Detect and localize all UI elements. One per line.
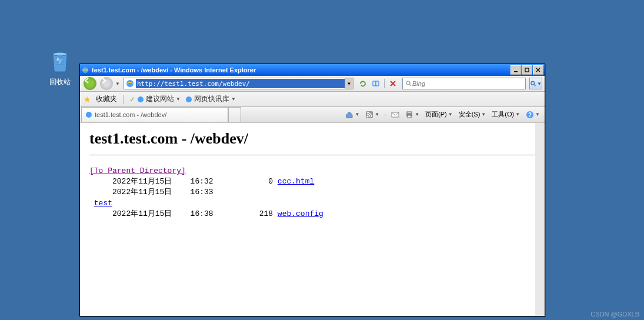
- feeds-button[interactable]: ▼: [364, 109, 381, 120]
- print-button[interactable]: ▼: [404, 109, 421, 120]
- window-title: test1.test.com - /webdev/ - Windows Inte…: [92, 66, 510, 74]
- browser-window: test1.test.com - /webdev/ - Windows Inte…: [79, 64, 545, 316]
- tab-title: test1.test.com - /webdev/: [95, 111, 166, 118]
- url-input[interactable]: [136, 79, 345, 88]
- ie-small-icon: [137, 96, 144, 103]
- tools-menu[interactable]: 工具(O) ▼: [490, 109, 521, 120]
- help-icon: ?: [526, 111, 534, 119]
- printer-icon: [405, 111, 413, 119]
- new-tab-button[interactable]: [228, 107, 241, 122]
- nav-history-dropdown[interactable]: ▼: [115, 81, 120, 86]
- safety-menu[interactable]: 安全(S) ▼: [458, 109, 488, 120]
- search-button[interactable]: ▼: [529, 78, 542, 89]
- browser-tab[interactable]: test1.test.com - /webdev/: [81, 107, 228, 122]
- favorites-label[interactable]: 收藏夹: [96, 94, 117, 104]
- svg-text:?: ?: [528, 112, 532, 118]
- svg-rect-2: [514, 71, 518, 72]
- tab-page-icon: [85, 111, 92, 118]
- file-link[interactable]: ccc.html: [278, 177, 314, 186]
- search-input[interactable]: [412, 80, 523, 87]
- close-button[interactable]: [533, 65, 543, 75]
- page-menu[interactable]: 页面(P) ▼: [424, 109, 454, 120]
- svg-rect-3: [525, 68, 529, 72]
- rss-icon: [365, 111, 373, 119]
- svg-line-8: [410, 85, 412, 86]
- favorites-bar: ★ 收藏夹 ✓ 建议网站 ▼ 网页快讯库 ▼: [80, 92, 545, 107]
- url-dropdown[interactable]: ▼: [345, 78, 353, 89]
- home-icon: [345, 111, 353, 119]
- svg-rect-17: [407, 112, 412, 114]
- svg-point-0: [53, 52, 67, 56]
- search-icon: [530, 79, 536, 88]
- svg-line-10: [534, 84, 536, 86]
- tab-bar: test1.test.com - /webdev/ ▼ ▼ ▫ ▼ 页面(P): [80, 107, 545, 122]
- maximize-button[interactable]: [522, 65, 532, 75]
- search-provider-icon: [405, 80, 412, 87]
- recycle-bin-icon: [46, 46, 74, 74]
- address-bar[interactable]: ▼: [124, 78, 353, 89]
- home-button[interactable]: ▼: [344, 109, 361, 120]
- svg-point-11: [138, 96, 144, 102]
- content-area: test1.test.com - /webdev/ [To Parent Dir…: [80, 122, 545, 316]
- svg-point-7: [406, 81, 410, 85]
- watermark: CSDN @GDXLB: [590, 311, 639, 318]
- file-link[interactable]: web.config: [278, 209, 323, 218]
- back-arrow-icon: [84, 77, 91, 84]
- separator: [123, 95, 124, 104]
- recycle-bin[interactable]: 回收站: [46, 46, 74, 87]
- svg-point-9: [531, 81, 535, 85]
- svg-point-15: [367, 115, 369, 117]
- separator: [384, 79, 385, 88]
- compat-view-button[interactable]: [371, 78, 381, 89]
- minimize-button[interactable]: [510, 65, 521, 75]
- svg-rect-14: [366, 111, 373, 118]
- parent-directory-link[interactable]: [To Parent Directory]: [89, 166, 186, 175]
- svg-rect-6: [375, 81, 376, 86]
- title-bar[interactable]: test1.test.com - /webdev/ - Windows Inte…: [80, 64, 545, 76]
- web-slices-link[interactable]: 网页快讯库 ▼: [185, 94, 236, 104]
- search-bar[interactable]: [402, 78, 526, 89]
- favorites-star-icon[interactable]: ★: [84, 95, 91, 104]
- svg-point-13: [86, 112, 92, 118]
- help-button[interactable]: ? ▼: [525, 109, 541, 120]
- recycle-bin-label: 回收站: [46, 77, 74, 87]
- refresh-button[interactable]: [358, 78, 368, 89]
- forward-arrow-icon: [100, 77, 107, 84]
- directory-listing: [To Parent Directory] 2022年11月15日 16:32 …: [89, 166, 535, 219]
- page-heading: test1.test.com - /webdev/: [89, 130, 535, 148]
- back-button[interactable]: [82, 77, 98, 90]
- file-link[interactable]: test: [94, 199, 112, 208]
- read-mail-button[interactable]: [390, 109, 401, 120]
- svg-rect-19: [408, 115, 411, 118]
- ie-small-icon: [185, 96, 192, 103]
- vertical-scrollbar[interactable]: [535, 123, 545, 316]
- suggested-icon: ✓: [129, 95, 135, 104]
- page-icon: [125, 79, 135, 88]
- mail-icon: [391, 111, 399, 119]
- nav-bar: ▼ ▼ ▼: [80, 76, 545, 92]
- svg-point-12: [186, 96, 192, 102]
- suggested-sites-link[interactable]: ✓ 建议网站 ▼: [129, 94, 181, 104]
- divider: [89, 155, 535, 155]
- ie-icon: [81, 66, 89, 74]
- forward-button[interactable]: [99, 77, 114, 90]
- stop-button[interactable]: [388, 78, 398, 89]
